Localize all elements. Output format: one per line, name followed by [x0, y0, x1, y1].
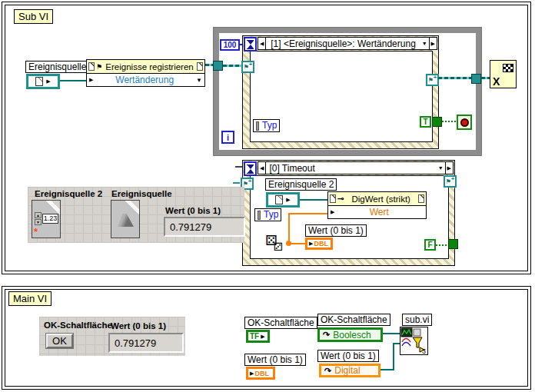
dynamic-event-terminal-right[interactable]: ⚑ + — [426, 74, 439, 86]
mainvi-panel-label: Main VI — [8, 291, 52, 306]
dice-icon: ⚂ — [274, 241, 283, 252]
event-reg-wire-out — [438, 77, 471, 79]
timeout-terminal[interactable] — [244, 37, 257, 51]
event-flag-icon: ⚑ — [244, 64, 249, 71]
dynamic-event-terminal-left[interactable]: ⚑ + — [241, 61, 254, 73]
random-wire-branch — [288, 213, 290, 244]
dropdown-arrow-icon[interactable]: ▼ — [196, 77, 202, 84]
refnum-wire — [300, 199, 327, 201]
timeout-terminal[interactable] — [244, 161, 257, 176]
fp-numeric-refnum-control[interactable]: ▲ ▼ 1.23 * — [32, 200, 61, 238]
boolean-reference-node[interactable]: ↷ Boolesch — [317, 327, 383, 342]
output-arrow-icon: ▶ — [46, 78, 50, 85]
property-node-digwert[interactable]: ⊸ DigWert (strikt) ▶ Wert — [327, 191, 427, 219]
labview-block-diagram: Sub VI Ereignisquelle ▶ ⚑ Ereignisse reg… — [0, 0, 535, 392]
ereignisquelle-refnum-terminal[interactable]: ▶ — [26, 74, 60, 89]
ok-boolean-terminal[interactable]: TF ▶ — [246, 330, 270, 343]
stop-sign-icon — [460, 118, 469, 127]
timeout-constant[interactable]: 100 — [220, 39, 240, 51]
stop-wire — [439, 121, 457, 122]
fp-control-refnum[interactable] — [111, 200, 140, 238]
timeout-stub-wire — [235, 166, 242, 168]
fp-ok-label: OK-Schaltfläche — [44, 321, 112, 330]
event-data-node-typ[interactable]: Typ — [254, 208, 281, 221]
event-flag-icon: ⚑ — [96, 63, 102, 71]
case-dropdown-icon[interactable]: ▼ — [437, 162, 445, 174]
prev-case-arrow-icon[interactable]: ◀ — [258, 38, 266, 49]
wert-dbl-terminal[interactable]: ▶ DBL — [246, 367, 275, 380]
event-data-node-typ[interactable]: Typ — [253, 119, 280, 132]
event-flag-icon: ⚑ — [428, 77, 434, 84]
reference-arrow-icon: ↷ — [323, 331, 330, 339]
numeric-value[interactable]: 1.23 — [42, 214, 58, 224]
property-node-title: DigWert (strikt) — [345, 194, 417, 204]
loop-stop-terminal[interactable] — [457, 115, 472, 130]
input-arrow-icon: ▶ — [250, 370, 254, 377]
property-item-name: Wert — [334, 207, 424, 218]
property-item-row[interactable]: ▶ Wert — [327, 205, 427, 219]
register-events-header: ⚑ Ereignisse registrieren — [86, 59, 205, 74]
increment-button[interactable]: ▲ — [35, 212, 42, 218]
event-structure-1-selector[interactable]: ◀ [1] <Ereignisquelle>: Wertänderung ▼ ▶ — [258, 37, 437, 50]
subvi-front-panel-snippet: Ereignisquelle 2 ▲ ▼ 1.23 * Ereignisquel… — [28, 187, 244, 243]
input-arrow-icon: ▶ — [309, 241, 313, 247]
event-case-title: [1] <Ereignisquelle>: Wertänderung — [266, 38, 420, 49]
wert-label: Wert (0 bis 1) — [305, 224, 367, 237]
subvi-number: 3 — [422, 347, 426, 354]
register-events-title: Ereignisse registrieren — [104, 62, 195, 71]
event-flag-icon: ⚑ — [446, 178, 451, 185]
required-asterisk-icon: * — [34, 226, 38, 238]
wert-reference-label: Wert (0 bis 1) — [317, 350, 379, 362]
event-source-row[interactable]: ▶ Wertänderung ▼ — [86, 73, 205, 87]
event-structure-2-selector[interactable]: ◀ [0] Timeout ▼ ▶ — [258, 161, 454, 174]
fp-wert-label: Wert (0 bis 1) — [165, 206, 221, 215]
subvi-node[interactable]: 3 — [400, 327, 428, 355]
ok-button[interactable]: OK — [46, 334, 73, 348]
fp-wert-indicator[interactable]: 0.791279 — [108, 333, 184, 353]
ereignisquelle2-refnum-terminal[interactable]: ▶ — [266, 192, 300, 208]
unregister-x-icon: X — [493, 76, 500, 88]
event-name: Wertänderung — [93, 75, 196, 85]
fp-wert-indicator[interactable]: 0.791279 — [164, 217, 245, 237]
ok-terminal-label: OK-Schaltfläche — [244, 317, 317, 329]
fp-ereignisquelle-label: Ereignisquelle — [111, 189, 172, 198]
loop-tunnel-in[interactable] — [213, 61, 223, 71]
false-constant[interactable]: F — [424, 239, 436, 251]
reference-wire — [393, 343, 394, 370]
loop-iteration-terminal[interactable]: i — [221, 131, 234, 144]
mainvi-front-panel-snippet: OK-Schaltfläche OK Wert (0 bis 1) 0.7912… — [39, 317, 185, 356]
reference-arrow-icon: ↷ — [324, 367, 331, 375]
output-arrow-icon: ▶ — [286, 197, 290, 203]
random-wire-branch — [290, 213, 327, 214]
reference-wire — [393, 343, 400, 344]
next-case-arrow-icon[interactable]: ▶ — [445, 162, 453, 174]
boolean-tunnel[interactable] — [448, 239, 458, 249]
random-number-node[interactable]: ⚄ ⚂ — [265, 234, 283, 252]
refnum-wire — [60, 80, 86, 81]
event-structure-1[interactable]: ◀ [1] <Ereignisquelle>: Wertänderung ▼ ▶… — [242, 35, 439, 149]
event-case-title: [0] Timeout — [266, 163, 436, 174]
property-link-icon: ⊸ — [337, 194, 344, 203]
fp-wert-label: Wert (0 bis 1) — [111, 321, 166, 331]
wert-dbl-terminal[interactable]: ▶ DBL — [305, 238, 333, 250]
subvi-icon-graphic: 3 — [400, 327, 427, 354]
loop-tunnel-out[interactable] — [471, 74, 481, 84]
case-dropdown-icon[interactable]: ▼ — [420, 38, 429, 49]
event-data-bar — [256, 121, 259, 131]
checkered-flag-icon — [503, 64, 513, 72]
event-data-bar — [258, 211, 261, 220]
decrement-button[interactable]: ▼ — [35, 219, 42, 225]
register-events-node[interactable]: ⚑ Ereignisse registrieren ▶ Wertänderung… — [86, 59, 205, 87]
numeric-spinner[interactable]: ▲ ▼ — [35, 212, 42, 225]
digital-reference-node[interactable]: ↷ Digital — [319, 364, 380, 377]
prev-case-arrow-icon[interactable]: ◀ — [258, 162, 266, 174]
next-case-arrow-icon[interactable]: ▶ — [429, 38, 437, 49]
subvi-label: sub.vi — [402, 314, 432, 326]
event-structure-2[interactable]: ◀ [0] Timeout ▼ ▶ ⚑ + ⚑ + Ereignisquelle… — [242, 160, 455, 266]
ramp-icon — [118, 214, 134, 227]
wire-junction — [286, 241, 291, 246]
refnum-page-icon — [35, 77, 43, 86]
dynamic-event-terminal-right[interactable]: ⚑ + — [444, 175, 457, 188]
unregister-events-node[interactable]: X — [490, 60, 517, 88]
true-constant[interactable]: T — [420, 116, 431, 128]
